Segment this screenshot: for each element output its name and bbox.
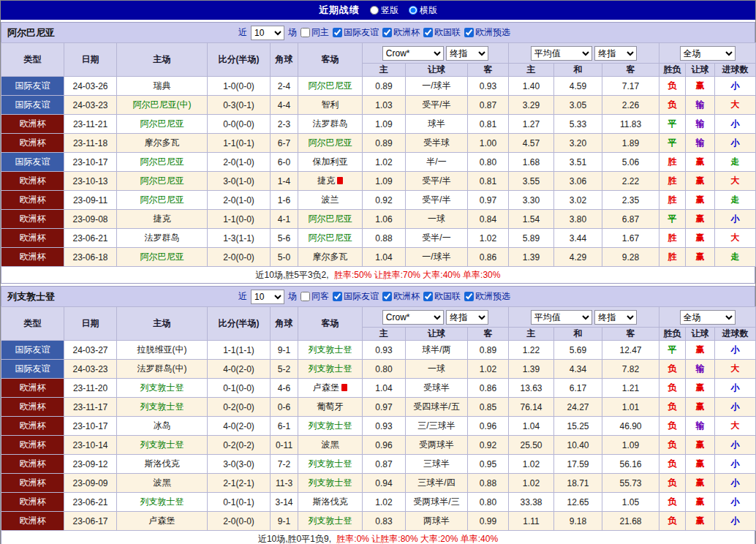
- match-row: 欧洲杯23-10-14列支敦士登0-2(0-2)0-11波黑0.96受两球半0.…: [1, 436, 756, 455]
- average-odds-group-header: 平均值 终指: [509, 307, 659, 328]
- recent-count-select[interactable]: 10: [251, 290, 284, 304]
- away-team-link[interactable]: 列支敦士登: [309, 477, 352, 488]
- away-team-link[interactable]: 波黑: [322, 439, 339, 450]
- competition-filter[interactable]: 国际友谊: [333, 26, 379, 39]
- home-team-link[interactable]: 拉脱维亚(中): [137, 344, 187, 355]
- corner-cell: 0-6: [271, 398, 298, 417]
- away-team-link[interactable]: 波兰: [322, 194, 339, 205]
- home-team-link[interactable]: 摩尔多瓦: [145, 137, 180, 148]
- score-cell: 0-0(0-0): [208, 115, 271, 134]
- date-cell: 23-09-12: [64, 455, 117, 474]
- odds-stage-select[interactable]: 终指: [446, 46, 488, 61]
- home-odds-cell: 0.94: [363, 474, 406, 493]
- away-team-link[interactable]: 捷克: [317, 175, 335, 186]
- match-row: 欧洲杯23-09-11阿尔巴尼亚2-0(1-0)1-6波兰0.92受平/半0.9…: [1, 191, 756, 210]
- away-team-link[interactable]: 阿尔巴尼亚: [309, 233, 352, 243]
- away-team-link[interactable]: 保加利亚: [313, 156, 348, 167]
- competition-filter[interactable]: 欧洲预选: [464, 26, 510, 39]
- recent-count-select[interactable]: 10: [251, 26, 284, 40]
- home-team-link[interactable]: 冰岛: [154, 420, 171, 431]
- same-venue-filter[interactable]: 同主: [300, 26, 329, 39]
- competition-filter[interactable]: 国际友谊: [333, 290, 379, 303]
- odds-provider-select[interactable]: Crow*: [382, 310, 444, 325]
- home-team-link[interactable]: 阿尔巴尼亚: [140, 118, 184, 129]
- handicap-result-cell: 输: [686, 96, 715, 115]
- home-team-link[interactable]: 阿尔巴尼亚: [140, 175, 184, 186]
- home-team-link[interactable]: 捷克: [154, 214, 171, 224]
- avg-stage-select[interactable]: 终指: [594, 46, 637, 61]
- away-team-link[interactable]: 法罗群岛: [313, 118, 348, 129]
- handicap-odds-group-header: Crow* 终指: [363, 307, 509, 328]
- home-odds-cell: 0.80: [363, 360, 406, 379]
- away-team-link[interactable]: 葡萄牙: [317, 401, 344, 412]
- away-team-link[interactable]: 阿尔巴尼亚: [309, 80, 352, 91]
- away-team-link[interactable]: 斯洛伐克: [313, 496, 348, 507]
- red-badge-icon: [341, 384, 347, 391]
- away-team-link[interactable]: 智利: [322, 99, 339, 110]
- competition-filter[interactable]: 欧国联: [423, 26, 461, 39]
- competition-cell: 欧洲杯: [1, 210, 64, 229]
- away-team-link[interactable]: 列支敦士登: [309, 515, 352, 526]
- odds-provider-select[interactable]: Crow*: [382, 46, 444, 61]
- home-team-link[interactable]: 阿尔巴尼亚: [140, 156, 184, 167]
- sub-header-avg-away: 客: [602, 64, 659, 77]
- competition-filter[interactable]: 欧洲预选: [464, 290, 510, 303]
- home-team-cell: 瑞典: [117, 77, 208, 96]
- match-row: 国际友谊24-03-26瑞典1-0(0-0)2-4阿尔巴尼亚0.89一/球半0.…: [1, 77, 756, 96]
- home-team-link[interactable]: 法罗群岛(中): [137, 363, 187, 374]
- home-team-cell: 冰岛: [117, 417, 208, 436]
- competition-label: 欧洲杯: [393, 26, 420, 39]
- home-team-link[interactable]: 阿尔巴尼亚: [140, 194, 184, 205]
- competition-checkbox[interactable]: [382, 28, 392, 37]
- competition-filter[interactable]: 欧洲杯: [382, 290, 420, 303]
- scope-select[interactable]: 全场: [680, 46, 736, 61]
- competition-checkbox[interactable]: [333, 292, 342, 301]
- vertical-radio[interactable]: [370, 6, 379, 15]
- layout-radio-horizontal[interactable]: 横版: [409, 4, 437, 17]
- same-venue-checkbox[interactable]: [300, 292, 310, 301]
- sub-header-handicap-result: 让球: [686, 328, 715, 341]
- competition-checkbox[interactable]: [423, 292, 433, 301]
- competition-checkbox[interactable]: [423, 28, 433, 37]
- avg-stage-select[interactable]: 终指: [594, 310, 637, 325]
- layout-radio-vertical[interactable]: 竖版: [370, 4, 398, 17]
- away-team-link[interactable]: 阿尔巴尼亚: [309, 137, 352, 148]
- avg-draw-cell: 3.44: [554, 229, 602, 248]
- away-team-link[interactable]: 列支敦士登: [309, 344, 352, 355]
- avg-provider-select[interactable]: 平均值: [531, 310, 592, 325]
- home-team-link[interactable]: 阿尔巴尼亚(中): [133, 99, 192, 110]
- home-team-link[interactable]: 阿尔巴尼亚: [140, 252, 184, 262]
- competition-checkbox[interactable]: [382, 292, 392, 301]
- home-team-link[interactable]: 法罗群岛: [145, 233, 180, 243]
- competition-checkbox[interactable]: [333, 28, 342, 37]
- same-venue-checkbox[interactable]: [300, 28, 310, 37]
- topbar: 近期战绩 竖版 横版: [1, 1, 755, 20]
- away-team-link[interactable]: 列支敦士登: [309, 363, 352, 374]
- away-team-link[interactable]: 摩尔多瓦: [313, 252, 348, 262]
- away-team-link[interactable]: 卢森堡: [313, 382, 339, 393]
- away-team-link[interactable]: 阿尔巴尼亚: [309, 214, 352, 224]
- away-team-link[interactable]: 列支敦士登: [309, 458, 352, 469]
- competition-checkbox[interactable]: [464, 292, 474, 301]
- home-team-link[interactable]: 斯洛伐克: [145, 458, 180, 469]
- avg-provider-select[interactable]: 平均值: [531, 46, 592, 61]
- corner-cell: 3-14: [271, 493, 298, 512]
- team-name: 列支敦士登: [7, 290, 55, 303]
- competition-filter[interactable]: 欧洲杯: [382, 26, 420, 39]
- home-team-link[interactable]: 卢森堡: [149, 515, 175, 526]
- odds-stage-select[interactable]: 终指: [446, 310, 488, 325]
- home-team-link[interactable]: 列支敦士登: [140, 382, 184, 393]
- home-team-link[interactable]: 列支敦士登: [140, 496, 184, 507]
- horizontal-radio-label: 横版: [420, 4, 437, 17]
- horizontal-radio[interactable]: [409, 6, 417, 15]
- competition-checkbox[interactable]: [464, 28, 474, 37]
- same-venue-filter[interactable]: 同客: [300, 290, 329, 303]
- scope-select[interactable]: 全场: [680, 310, 736, 325]
- home-team-link[interactable]: 瑞典: [154, 80, 171, 91]
- away-team-link[interactable]: 列支敦士登: [309, 420, 352, 431]
- home-team-link[interactable]: 列支敦士登: [140, 439, 184, 450]
- competition-filter[interactable]: 欧国联: [423, 290, 461, 303]
- home-team-link[interactable]: 列支敦士登: [140, 401, 184, 412]
- home-team-link[interactable]: 波黑: [154, 477, 171, 488]
- avg-draw-cell: 15.25: [554, 417, 602, 436]
